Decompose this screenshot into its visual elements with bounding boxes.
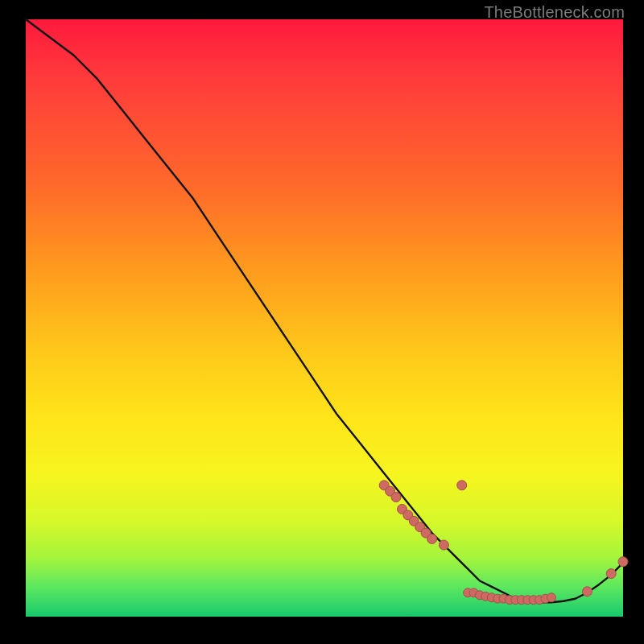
chart-stage: TheBottleneck.com xyxy=(0,0,644,644)
chart-svg xyxy=(26,19,623,617)
plot-area xyxy=(26,19,623,617)
bottleneck-curve-line xyxy=(26,19,623,602)
marker-dot xyxy=(439,540,448,550)
marker-dot xyxy=(583,587,592,597)
marker-dot xyxy=(618,557,628,567)
marker-dot xyxy=(606,569,616,579)
marker-dot xyxy=(547,593,556,602)
marker-dot xyxy=(457,481,467,490)
marker-group xyxy=(379,481,628,605)
marker-dot xyxy=(427,535,437,544)
marker-dot xyxy=(391,493,401,502)
